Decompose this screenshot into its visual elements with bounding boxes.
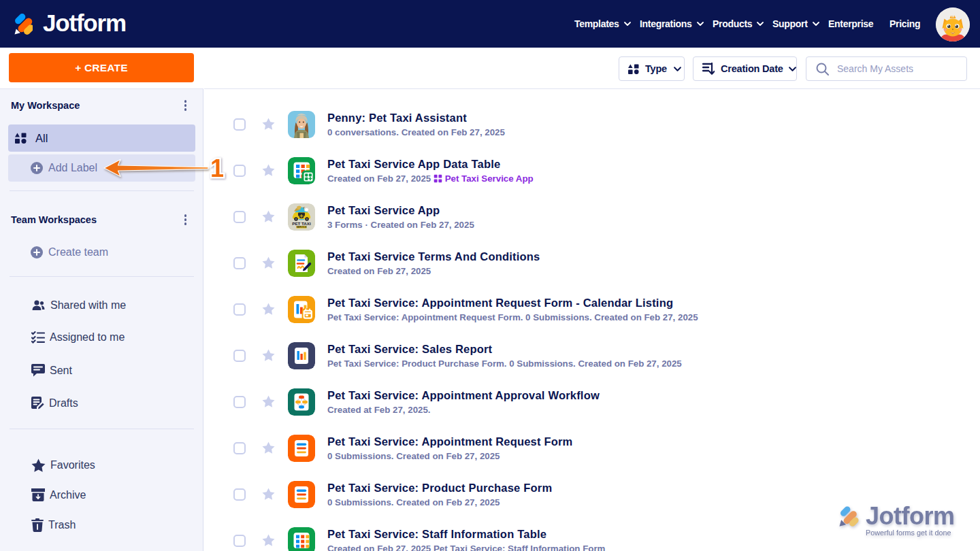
svg-text:PET TAXI: PET TAXI xyxy=(292,221,311,226)
svg-text:1: 1 xyxy=(210,155,224,182)
svg-text:SERVICE: SERVICE xyxy=(297,226,308,229)
